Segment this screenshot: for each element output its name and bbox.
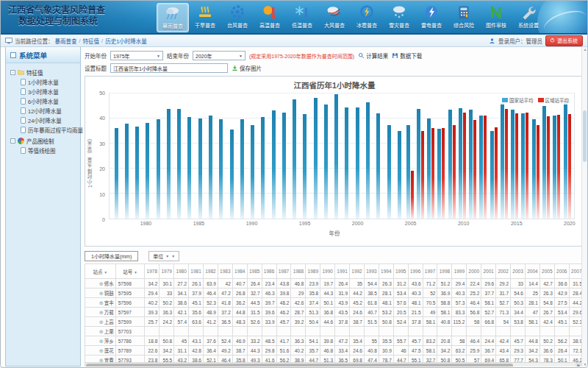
national-bar[interactable] bbox=[376, 113, 380, 219]
national-bar[interactable] bbox=[167, 109, 171, 219]
regional-bar[interactable] bbox=[453, 125, 456, 219]
column-header-year[interactable]: 2001 bbox=[481, 264, 496, 279]
sidebar-item-等值线绘图[interactable]: 等值线绘图 bbox=[10, 146, 79, 155]
station-cell[interactable]: ⊕上栗 bbox=[85, 327, 116, 336]
chart-title-input[interactable] bbox=[110, 63, 228, 73]
toolbar-item-drought[interactable]: 干旱普查 bbox=[189, 3, 221, 32]
station-cell[interactable]: ⊕修水 bbox=[85, 279, 116, 289]
toolbar-item-hail[interactable]: 冰雹普查 bbox=[351, 3, 383, 32]
column-header-station[interactable]: 站点 ▼ bbox=[85, 264, 116, 279]
national-bar[interactable] bbox=[334, 94, 338, 219]
station-cell[interactable]: ⊕铜鼓 bbox=[85, 289, 116, 298]
toolbar-item-snow[interactable]: 雪灾普查 bbox=[383, 3, 415, 32]
breadcrumb-item[interactable]: 暴雨普查 bbox=[55, 37, 77, 45]
toolbar-item-lightning[interactable]: 雷电普查 bbox=[415, 3, 448, 32]
expand-row-icon[interactable]: ⊕ bbox=[99, 291, 104, 296]
column-header-year[interactable]: 2004 bbox=[525, 264, 539, 279]
national-bar[interactable] bbox=[448, 110, 452, 219]
tree-group-0[interactable]: -特征值 bbox=[10, 68, 79, 77]
regional-bar[interactable] bbox=[411, 171, 414, 219]
breadcrumb-item[interactable]: 特征值 bbox=[83, 37, 100, 45]
regional-bar[interactable] bbox=[515, 113, 518, 219]
toolbar-item-risk[interactable]: 综合风险 bbox=[448, 3, 480, 32]
sidebar-item-24小时降水量[interactable]: 24小时降水量 bbox=[10, 116, 79, 125]
national-bar[interactable] bbox=[479, 116, 483, 219]
column-header-code[interactable]: 站号 ▼ bbox=[115, 264, 145, 279]
expand-row-icon[interactable]: ⊕ bbox=[99, 310, 104, 315]
sidebar-item-12小时降水量[interactable]: 12小时降水量 bbox=[10, 106, 79, 116]
toolbar-item-gale[interactable]: 大风普查 bbox=[318, 3, 351, 32]
national-bar[interactable] bbox=[417, 109, 420, 219]
national-bar[interactable] bbox=[293, 99, 296, 219]
sidebar-item-3小时降水量[interactable]: 3小时降水量 bbox=[10, 87, 79, 96]
horizontal-scrollbar-thumb[interactable] bbox=[86, 364, 513, 367]
regional-bar[interactable] bbox=[557, 115, 560, 219]
national-bar[interactable] bbox=[459, 108, 462, 219]
national-bar[interactable] bbox=[157, 119, 160, 219]
national-bar[interactable] bbox=[511, 110, 514, 219]
toolbar-item-typhoon[interactable]: 台风普查 bbox=[221, 3, 254, 32]
toolbar-item-low-temp[interactable]: 低温普查 bbox=[286, 3, 318, 32]
expand-row-icon[interactable]: ⊕ bbox=[99, 281, 104, 286]
tree-group-1[interactable]: -产品图绘制 bbox=[10, 136, 79, 146]
regional-bar[interactable] bbox=[431, 128, 434, 219]
column-header-year[interactable]: 1992 bbox=[350, 264, 365, 279]
national-bar[interactable] bbox=[387, 125, 391, 219]
regional-bar[interactable] bbox=[526, 113, 528, 219]
column-header-year[interactable]: 1981 bbox=[189, 264, 204, 279]
column-header-year[interactable]: 1986 bbox=[262, 264, 276, 279]
column-header-year[interactable]: 2003 bbox=[511, 264, 526, 279]
column-header-year[interactable]: 2002 bbox=[496, 264, 511, 279]
download-button[interactable]: 数据下载 bbox=[392, 52, 422, 60]
station-cell[interactable]: ⊕宜丰 bbox=[85, 298, 116, 308]
national-bar[interactable] bbox=[187, 117, 191, 219]
national-bar[interactable] bbox=[501, 103, 504, 219]
horizontal-scrollbar[interactable]: ▶ bbox=[85, 362, 583, 367]
column-header-year[interactable]: 1978 bbox=[145, 264, 159, 279]
column-header-year[interactable]: 1997 bbox=[423, 264, 437, 279]
regional-bar[interactable] bbox=[484, 116, 487, 219]
column-header-year[interactable]: 2005 bbox=[539, 264, 554, 279]
regional-bar[interactable] bbox=[463, 113, 466, 219]
column-header-year[interactable]: 1995 bbox=[393, 264, 408, 279]
column-header-year[interactable]: 1989 bbox=[306, 264, 320, 279]
expand-row-icon[interactable]: ⊕ bbox=[99, 348, 104, 353]
tree-expander-icon[interactable]: - bbox=[10, 70, 15, 75]
national-bar[interactable] bbox=[219, 119, 223, 219]
column-header-year[interactable]: 1987 bbox=[276, 264, 291, 279]
scroll-down-arrow-icon[interactable]: ▼ bbox=[582, 362, 588, 367]
column-header-year[interactable]: 1993 bbox=[364, 264, 379, 279]
national-bar[interactable] bbox=[125, 124, 129, 219]
column-header-year[interactable]: 1996 bbox=[408, 264, 423, 279]
toolbar-item-high-temp[interactable]: 高温普查 bbox=[254, 3, 286, 32]
national-bar[interactable] bbox=[209, 116, 212, 219]
national-bar[interactable] bbox=[324, 105, 328, 219]
national-bar[interactable] bbox=[469, 110, 473, 219]
national-bar[interactable] bbox=[345, 107, 348, 219]
calculate-button[interactable]: 计算结果 bbox=[358, 52, 388, 60]
expand-row-icon[interactable]: ⊕ bbox=[99, 300, 104, 305]
toolbar-item-review[interactable]: 图件审核 bbox=[480, 3, 512, 32]
column-header-year[interactable]: 1991 bbox=[335, 264, 350, 279]
regional-bar[interactable] bbox=[495, 127, 498, 219]
end-year-select[interactable]: 2020年▼ bbox=[193, 51, 245, 60]
column-header-year[interactable]: 1984 bbox=[232, 264, 247, 279]
station-cell[interactable]: ⊕万载 bbox=[85, 308, 116, 317]
national-bar[interactable] bbox=[366, 102, 370, 219]
national-bar[interactable] bbox=[314, 98, 318, 219]
national-bar[interactable] bbox=[272, 110, 276, 219]
column-header-year[interactable]: 1980 bbox=[174, 264, 189, 279]
logout-button[interactable]: 退出系统 bbox=[545, 35, 583, 46]
national-bar[interactable] bbox=[198, 118, 202, 219]
regional-bar[interactable] bbox=[505, 109, 508, 219]
column-header-year[interactable]: 2006 bbox=[554, 264, 569, 279]
toolbar-item-rainstorm[interactable]: 暴雨普查 bbox=[157, 3, 189, 32]
regional-bar[interactable] bbox=[568, 114, 571, 219]
national-bar[interactable] bbox=[146, 123, 149, 219]
national-bar[interactable] bbox=[177, 109, 181, 219]
column-header-year[interactable]: 1990 bbox=[320, 264, 335, 279]
column-header-year[interactable]: 1998 bbox=[437, 264, 452, 279]
national-bar[interactable] bbox=[406, 125, 410, 219]
expand-row-icon[interactable]: ⊕ bbox=[99, 339, 104, 344]
station-cell[interactable]: ⊕上高 bbox=[85, 317, 116, 327]
